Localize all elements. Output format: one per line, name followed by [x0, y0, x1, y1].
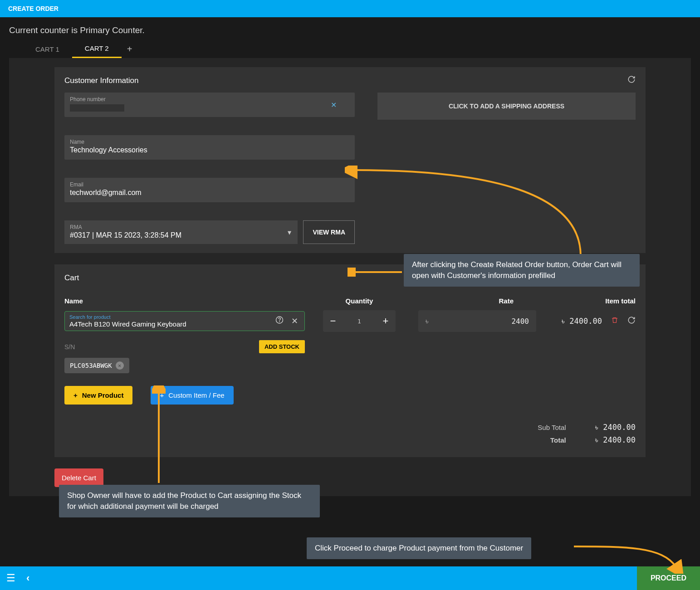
- phone-value: [70, 103, 349, 112]
- custom-item-button[interactable]: + Custom Item / Fee: [151, 386, 233, 405]
- customer-section-title: Customer Information: [64, 76, 636, 85]
- menu-icon[interactable]: ☰: [6, 572, 15, 584]
- add-tab-button[interactable]: +: [122, 42, 138, 56]
- product-search-label: Search for product: [69, 314, 300, 320]
- email-value: techworld@gmail.com: [70, 189, 349, 198]
- add-stock-button[interactable]: ADD STOCK: [259, 340, 305, 353]
- proceed-button[interactable]: PROCEED: [637, 566, 700, 590]
- col-rate: Rate: [409, 290, 536, 310]
- name-field[interactable]: Name Technology Accessories: [64, 135, 355, 160]
- currency-symbol: ৳: [426, 317, 429, 326]
- subtotal-value: ৳ 2400.00: [595, 423, 636, 432]
- annotation-2: Shop Owner will have to add the Product …: [59, 485, 320, 517]
- phone-label: Phone number: [70, 96, 349, 102]
- remove-sn-icon[interactable]: ✕: [116, 361, 124, 370]
- new-product-button[interactable]: + New Product: [64, 386, 132, 405]
- cart-tabs: CART 1 CART 2 +: [0, 40, 700, 58]
- qty-decrement-button[interactable]: −: [323, 315, 343, 327]
- product-search-input[interactable]: Search for product A4Tech B120 Wired Gam…: [64, 311, 305, 331]
- page-title: CREATE ORDER: [8, 5, 59, 12]
- total-value: ৳ 2400.00: [595, 435, 636, 444]
- col-name: Name: [64, 290, 309, 310]
- clear-phone-icon[interactable]: ✕: [331, 101, 337, 109]
- plus-icon: +: [73, 391, 78, 399]
- sn-label: S/N: [64, 343, 75, 351]
- product-search-value: A4Tech B120 Wired Gaming Keyboard: [69, 320, 300, 328]
- cart-title: Cart: [64, 273, 79, 283]
- email-label: Email: [70, 181, 349, 188]
- refresh-line-icon[interactable]: [627, 316, 636, 326]
- col-quantity: Quantity: [309, 290, 409, 310]
- qty-value[interactable]: 1: [343, 318, 376, 325]
- title-bar: CREATE ORDER: [0, 0, 700, 17]
- name-value: Technology Accessories: [70, 146, 349, 155]
- tab-cart-2[interactable]: CART 2: [72, 40, 122, 58]
- item-total-value: ৳ 2400.00: [562, 317, 602, 326]
- sn-chip: PLC053ABWGK ✕: [64, 358, 129, 373]
- back-icon[interactable]: ‹: [26, 572, 29, 584]
- rma-value: #0317 | MAR 15 2023, 3:28:54 PM: [70, 231, 292, 240]
- help-icon[interactable]: [275, 316, 284, 327]
- rma-label: RMA: [70, 224, 292, 230]
- name-label: Name: [70, 139, 349, 145]
- rate-input[interactable]: ৳ 2400: [418, 310, 536, 332]
- sn-chip-value: PLC053ABWGK: [70, 362, 112, 369]
- email-field[interactable]: Email techworld@gmail.com: [64, 178, 355, 202]
- rate-value: 2400: [429, 317, 529, 326]
- subtotal-label: Sub Total: [466, 424, 566, 431]
- customer-info-card: Customer Information Phone number ✕ Name…: [54, 67, 646, 253]
- total-label: Total: [466, 436, 566, 444]
- counter-info: Current counter is Primary Counter.: [0, 17, 700, 40]
- tab-cart-1[interactable]: CART 1: [23, 41, 72, 58]
- delete-cart-button[interactable]: Delete Cart: [54, 468, 103, 487]
- totals-block: Sub Total ৳ 2400.00 Total ৳ 2400.00: [64, 423, 636, 444]
- qty-increment-button[interactable]: +: [376, 315, 396, 327]
- delete-line-icon[interactable]: [611, 316, 618, 326]
- bottom-bar: ☰ ‹ PROCEED: [0, 566, 700, 590]
- phone-field[interactable]: Phone number ✕: [64, 93, 355, 117]
- annotation-3: Click Proceed to charge Product payment …: [307, 537, 531, 559]
- annotation-1: After clicking the Create Related Order …: [404, 254, 640, 287]
- chevron-down-icon: ▾: [288, 228, 291, 237]
- plus-icon: +: [160, 391, 164, 399]
- refresh-customer-icon[interactable]: [627, 75, 636, 85]
- view-rma-button[interactable]: VIEW RMA: [303, 220, 355, 244]
- cart-card: Cart Product Name Search Tᴛ Name Quantit…: [54, 264, 646, 457]
- clear-product-icon[interactable]: ✕: [291, 316, 298, 326]
- quantity-stepper: − 1 +: [323, 310, 396, 332]
- rma-select[interactable]: RMA #0317 | MAR 15 2023, 3:28:54 PM ▾: [64, 220, 298, 244]
- col-item-total: Item total: [536, 290, 636, 310]
- svg-point-1: [279, 322, 280, 322]
- add-shipping-button[interactable]: CLICK TO ADD A SHIPPING ADDRESS: [377, 93, 636, 120]
